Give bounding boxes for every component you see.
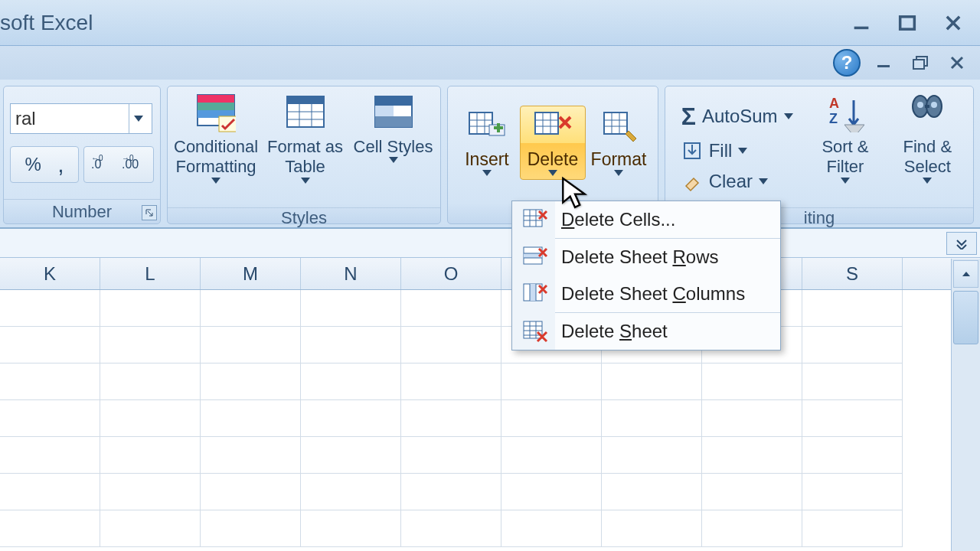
- grid-cell[interactable]: [0, 510, 100, 547]
- grid-cell[interactable]: [100, 364, 201, 400]
- button-label: Fill: [709, 140, 733, 161]
- grid-cell[interactable]: [201, 400, 301, 437]
- sort-filter-button[interactable]: AZ Sort & Filter: [811, 90, 880, 204]
- grid-cell[interactable]: [100, 290, 201, 327]
- grid-cell[interactable]: [602, 510, 702, 547]
- grid-cell[interactable]: [100, 474, 201, 510]
- vertical-scrollbar[interactable]: [951, 259, 980, 551]
- grid-cell[interactable]: [401, 437, 501, 474]
- group-styles: Conditional Formatting Format as Table C…: [167, 86, 441, 224]
- maximize-button[interactable]: [890, 11, 925, 34]
- percent-comma-button[interactable]: % ,: [10, 146, 79, 183]
- svg-text:→0: →0: [122, 154, 134, 162]
- grid-cell[interactable]: [301, 437, 401, 474]
- grid-cell[interactable]: [0, 437, 100, 474]
- column-header[interactable]: M: [201, 258, 301, 289]
- grid-cell[interactable]: [501, 364, 602, 400]
- scroll-thumb[interactable]: [953, 291, 978, 344]
- grid-cell[interactable]: [100, 510, 201, 547]
- column-header[interactable]: N: [301, 258, 401, 289]
- grid-cell[interactable]: [201, 364, 301, 400]
- format-as-table-button[interactable]: Format as Table: [264, 90, 346, 204]
- menu-item-delete-cells[interactable]: Delete Cells...: [512, 201, 780, 238]
- grid-cell[interactable]: [201, 474, 301, 510]
- grid-cell[interactable]: [501, 474, 602, 510]
- grid-cell[interactable]: [201, 290, 301, 327]
- grid-cell[interactable]: [401, 327, 501, 364]
- grid-cell[interactable]: [401, 364, 501, 400]
- format-button[interactable]: Format: [586, 106, 652, 179]
- find-select-button[interactable]: Find & Select: [893, 90, 962, 204]
- grid-cell[interactable]: [802, 400, 903, 437]
- scroll-up-button[interactable]: [953, 260, 978, 288]
- grid-cell[interactable]: [802, 327, 903, 364]
- clear-button[interactable]: Clear: [677, 168, 798, 195]
- grid-cell[interactable]: [100, 327, 201, 364]
- grid-cell[interactable]: [0, 327, 100, 364]
- cell-styles-button[interactable]: Cell Styles: [352, 90, 434, 204]
- svg-rect-13: [219, 116, 236, 132]
- expand-formula-bar-button[interactable]: [946, 232, 977, 255]
- workbook-restore-button[interactable]: [908, 54, 934, 72]
- grid-cell[interactable]: [301, 400, 401, 437]
- column-header[interactable]: S: [802, 258, 903, 289]
- number-format-combo[interactable]: ral: [10, 103, 152, 134]
- fill-button[interactable]: Fill: [677, 137, 798, 165]
- grid-cell[interactable]: [702, 474, 802, 510]
- grid-cell[interactable]: [702, 437, 802, 474]
- minimize-button[interactable]: [844, 11, 879, 34]
- spreadsheet-grid[interactable]: [0, 290, 980, 547]
- insert-button[interactable]: Insert: [454, 106, 520, 179]
- grid-cell[interactable]: [301, 290, 401, 327]
- conditional-formatting-button[interactable]: Conditional Formatting: [174, 90, 258, 204]
- grid-cell[interactable]: [802, 290, 903, 327]
- column-header[interactable]: L: [100, 258, 201, 289]
- autosum-button[interactable]: Σ AutoSum: [677, 99, 798, 134]
- grid-cell[interactable]: [702, 510, 802, 547]
- grid-cell[interactable]: [201, 437, 301, 474]
- grid-cell[interactable]: [301, 364, 401, 400]
- grid-cell[interactable]: [201, 327, 301, 364]
- grid-cell[interactable]: [401, 290, 501, 327]
- menu-item-delete-rows[interactable]: Delete Sheet Rows: [512, 239, 780, 276]
- grid-cell[interactable]: [501, 437, 602, 474]
- grid-cell[interactable]: [201, 510, 301, 547]
- grid-cell[interactable]: [100, 437, 201, 474]
- workbook-minimize-button[interactable]: [871, 54, 897, 72]
- grid-cell[interactable]: [401, 510, 501, 547]
- grid-cell[interactable]: [802, 364, 903, 400]
- dialog-launcher-number[interactable]: [142, 205, 157, 220]
- menu-item-delete-columns[interactable]: Delete Sheet Columns: [512, 276, 780, 312]
- grid-cell[interactable]: [602, 437, 702, 474]
- grid-cell[interactable]: [0, 474, 100, 510]
- grid-cell[interactable]: [602, 400, 702, 437]
- delete-button[interactable]: Delete: [520, 106, 586, 180]
- column-header[interactable]: O: [401, 258, 501, 289]
- close-button[interactable]: [936, 11, 971, 34]
- grid-cell[interactable]: [301, 510, 401, 547]
- grid-cell[interactable]: [100, 400, 201, 437]
- grid-cell[interactable]: [0, 400, 100, 437]
- grid-cell[interactable]: [301, 327, 401, 364]
- grid-cell[interactable]: [802, 437, 903, 474]
- grid-cell[interactable]: [501, 510, 602, 547]
- grid-cell[interactable]: [301, 474, 401, 510]
- button-label: Find & Select: [893, 137, 962, 178]
- grid-cell[interactable]: [401, 474, 501, 510]
- grid-cell[interactable]: [702, 364, 802, 400]
- grid-cell[interactable]: [802, 474, 903, 510]
- grid-cell[interactable]: [0, 290, 100, 327]
- grid-cell[interactable]: [802, 510, 903, 547]
- grid-cell[interactable]: [602, 474, 702, 510]
- decimal-buttons[interactable]: .0 ←0 .00 →0: [83, 146, 154, 183]
- grid-cell[interactable]: [0, 364, 100, 400]
- menu-item-delete-sheet[interactable]: Delete Sheet: [512, 313, 780, 350]
- column-header[interactable]: K: [0, 258, 100, 289]
- workbook-close-button[interactable]: [945, 54, 971, 72]
- delete-rows-icon: [518, 246, 552, 269]
- grid-cell[interactable]: [401, 400, 501, 437]
- grid-cell[interactable]: [501, 400, 602, 437]
- grid-cell[interactable]: [702, 400, 802, 437]
- help-icon[interactable]: ?: [833, 49, 861, 77]
- grid-cell[interactable]: [602, 364, 702, 400]
